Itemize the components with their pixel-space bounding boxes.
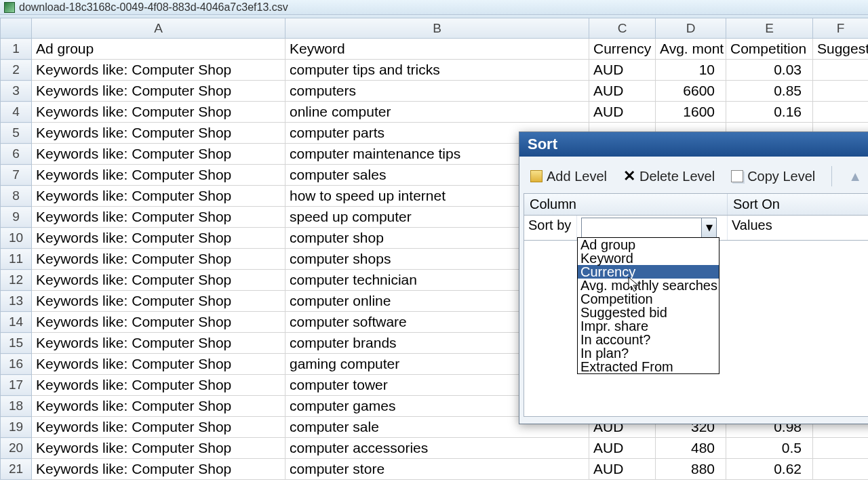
row-header[interactable]: 18 — [1, 396, 32, 417]
cell[interactable]: 1600 — [656, 102, 726, 123]
row-header[interactable]: 6 — [1, 144, 32, 165]
cell[interactable]: AUD — [589, 459, 656, 480]
cell[interactable]: 480 — [656, 438, 726, 459]
table-row[interactable]: 1Ad groupKeywordCurrencyAvg. montCompeti… — [1, 39, 869, 60]
cell[interactable]: Currency — [589, 39, 656, 60]
column-header-E[interactable]: E — [726, 18, 813, 39]
cell[interactable]: Keywords like: Computer Shop — [32, 249, 285, 270]
row-header[interactable]: 7 — [1, 165, 32, 186]
dropdown-item[interactable]: Ad group — [578, 238, 719, 251]
cell[interactable]: AUD — [589, 438, 656, 459]
cell[interactable]: 6600 — [656, 81, 726, 102]
row-header[interactable]: 4 — [1, 102, 32, 123]
dropdown-item[interactable]: Impr. share — [578, 319, 719, 333]
chevron-down-icon[interactable]: ▾ — [701, 218, 716, 237]
delete-level-button[interactable]: ✕ Delete Level — [623, 169, 715, 184]
cell[interactable] — [813, 102, 869, 123]
cell[interactable]: Keywords like: Computer Shop — [32, 228, 285, 249]
row-header[interactable]: 10 — [1, 228, 32, 249]
cell[interactable] — [813, 459, 869, 480]
row-header[interactable]: 16 — [1, 354, 32, 375]
table-row[interactable]: 3Keywords like: Computer ShopcomputersAU… — [1, 81, 869, 102]
cell[interactable]: Keywords like: Computer Shop — [32, 333, 285, 354]
cell[interactable]: Keywords like: Computer Shop — [32, 60, 285, 81]
row-header[interactable]: 2 — [1, 60, 32, 81]
cell[interactable]: 0.5 — [726, 438, 813, 459]
table-row[interactable]: 2Keywords like: Computer Shopcomputer ti… — [1, 60, 869, 81]
dropdown-item[interactable]: Currency — [578, 265, 719, 279]
cell[interactable]: computer tips and tricks — [285, 60, 589, 81]
column-header-B[interactable]: B — [285, 18, 589, 39]
cell[interactable]: computer store — [285, 459, 589, 480]
column-header-D[interactable]: D — [656, 18, 726, 39]
cell[interactable]: Keywords like: Computer Shop — [32, 417, 285, 438]
cell[interactable]: 10 — [656, 60, 726, 81]
row-header[interactable]: 20 — [1, 438, 32, 459]
row-header[interactable]: 1 — [1, 39, 32, 60]
cell[interactable]: AUD — [589, 102, 656, 123]
cell[interactable]: 0.03 — [726, 60, 813, 81]
sortby-dropdown-list[interactable]: Ad groupKeywordCurrencyAvg. monthly sear… — [577, 237, 719, 374]
cell[interactable]: Keywords like: Computer Shop — [32, 312, 285, 333]
add-level-button[interactable]: Add Level — [530, 169, 607, 184]
row-header[interactable]: 14 — [1, 312, 32, 333]
cell[interactable]: Keywords like: Computer Shop — [32, 144, 285, 165]
cell[interactable]: Keywords like: Computer Shop — [32, 375, 285, 396]
row-header[interactable]: 13 — [1, 291, 32, 312]
row-header[interactable]: 9 — [1, 207, 32, 228]
cell[interactable]: computer accessories — [285, 438, 589, 459]
cell[interactable]: Keywords like: Computer Shop — [32, 123, 285, 144]
dropdown-item[interactable]: In plan? — [578, 346, 719, 360]
cell[interactable]: Keywords like: Computer Shop — [32, 165, 285, 186]
dropdown-item[interactable]: Suggested bid — [578, 306, 719, 319]
cell[interactable]: Keywords like: Computer Shop — [32, 81, 285, 102]
dropdown-item[interactable]: In account? — [578, 333, 719, 346]
cell[interactable]: 0.62 — [726, 459, 813, 480]
cell[interactable] — [813, 60, 869, 81]
row-header[interactable]: 21 — [1, 459, 32, 480]
column-header-C[interactable]: C — [589, 18, 656, 39]
dropdown-item[interactable]: Avg. monthly searches — [578, 279, 719, 292]
cell[interactable]: Keyword — [285, 39, 589, 60]
cell[interactable]: Keywords like: Computer Shop — [32, 270, 285, 291]
sortby-combobox[interactable]: ▾ — [581, 218, 717, 238]
cell[interactable]: Avg. mont — [656, 39, 726, 60]
row-header[interactable]: 17 — [1, 375, 32, 396]
cell[interactable]: 0.85 — [726, 81, 813, 102]
cell[interactable]: Keywords like: Computer Shop — [32, 102, 285, 123]
row-header[interactable]: 12 — [1, 270, 32, 291]
row-header[interactable]: 19 — [1, 417, 32, 438]
dropdown-item[interactable]: Keyword — [578, 251, 719, 265]
cell[interactable]: Keywords like: Computer Shop — [32, 459, 285, 480]
table-row[interactable]: 20Keywords like: Computer Shopcomputer a… — [1, 438, 869, 459]
cell[interactable]: online computer — [285, 102, 589, 123]
column-header-F[interactable]: F — [813, 18, 869, 39]
cell[interactable]: Ad group — [32, 39, 285, 60]
cell[interactable]: Keywords like: Computer Shop — [32, 396, 285, 417]
cell[interactable]: Keywords like: Computer Shop — [32, 354, 285, 375]
move-buttons[interactable]: ▲ — [848, 169, 862, 184]
row-header[interactable]: 11 — [1, 249, 32, 270]
table-row[interactable]: 21Keywords like: Computer Shopcomputer s… — [1, 459, 869, 480]
cell[interactable]: 0.16 — [726, 102, 813, 123]
cell[interactable] — [813, 438, 869, 459]
cell[interactable]: Suggest — [813, 39, 869, 60]
table-row[interactable]: 4Keywords like: Computer Shoponline comp… — [1, 102, 869, 123]
cell[interactable] — [813, 81, 869, 102]
sorton-value[interactable]: Values — [728, 216, 868, 240]
column-header-A[interactable]: A — [32, 18, 285, 39]
cell[interactable]: Keywords like: Computer Shop — [32, 186, 285, 207]
cell[interactable]: Keywords like: Computer Shop — [32, 207, 285, 228]
cell[interactable]: 880 — [656, 459, 726, 480]
dropdown-item[interactable]: Extracted From — [578, 360, 719, 373]
copy-level-button[interactable]: Copy Level — [731, 169, 815, 184]
dropdown-item[interactable]: Competition — [578, 292, 719, 306]
select-all-corner[interactable] — [1, 18, 32, 39]
cell[interactable]: Keywords like: Computer Shop — [32, 438, 285, 459]
cell[interactable]: Keywords like: Computer Shop — [32, 291, 285, 312]
row-header[interactable]: 5 — [1, 123, 32, 144]
cell[interactable]: AUD — [589, 81, 656, 102]
row-header[interactable]: 8 — [1, 186, 32, 207]
cell[interactable]: Competition — [726, 39, 813, 60]
cell[interactable]: computers — [285, 81, 589, 102]
